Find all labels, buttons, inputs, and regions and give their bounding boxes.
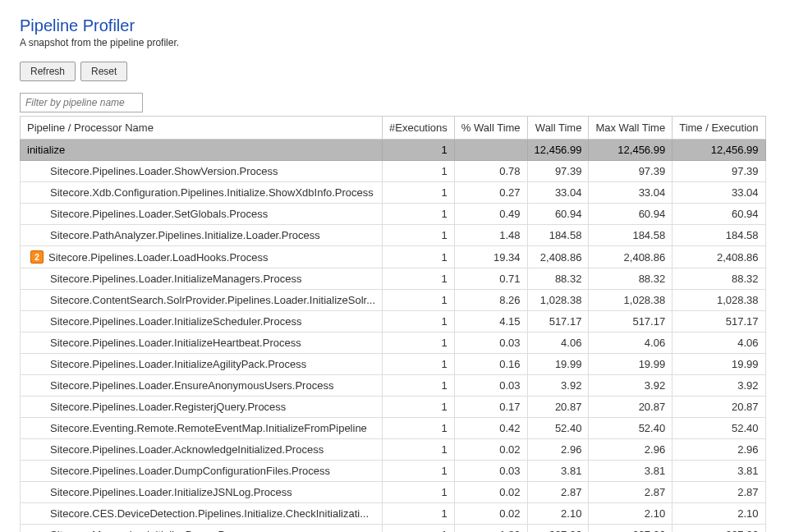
cell-executions: 1 xyxy=(383,525,455,533)
filter-input[interactable] xyxy=(20,93,143,112)
cell-executions: 1 xyxy=(383,418,455,439)
processor-name: Sitecore.Pipelines.Loader.AcknowledgeIni… xyxy=(50,443,324,456)
table-row[interactable]: Sitecore.Pipelines.Loader.InitializeSche… xyxy=(21,311,766,332)
cell-wallTime: 20.87 xyxy=(527,397,589,418)
table-row[interactable]: Sitecore.Messaging.InitializeBuses.Proce… xyxy=(21,525,766,533)
cell-timePerExecution: 4.06 xyxy=(673,332,765,354)
cell-executions: 1 xyxy=(383,503,455,525)
cell-pctWallTime: 0.17 xyxy=(454,397,527,418)
cell-timePerExecution: 19.99 xyxy=(673,354,765,375)
cell-pctWallTime: 0.02 xyxy=(454,482,527,503)
cell-pctWallTime: 0.03 xyxy=(454,461,527,482)
table-row[interactable]: Sitecore.Pipelines.Loader.InitializeMana… xyxy=(21,268,766,290)
table-row[interactable]: Sitecore.Pipelines.Loader.ShowVersion.Pr… xyxy=(21,161,766,182)
table-row[interactable]: Sitecore.PathAnalyzer.Pipelines.Initiali… xyxy=(21,225,766,246)
cell-executions: 1 xyxy=(383,290,455,311)
cell-executions: 1 xyxy=(383,397,455,418)
cell-executions: 1 xyxy=(383,354,455,375)
expand-badge-icon[interactable]: 2 xyxy=(30,250,44,264)
group-row[interactable]: initialize 1 12,456.99 12,456.99 12,456.… xyxy=(21,140,766,161)
table-row[interactable]: Sitecore.Pipelines.Loader.InitializeAgil… xyxy=(21,354,766,375)
table-row[interactable]: Sitecore.CES.DeviceDetection.Pipelines.I… xyxy=(21,503,766,525)
cell-pctWallTime: 0.02 xyxy=(454,503,527,525)
cell-maxWallTime: 227.06 xyxy=(589,525,673,533)
cell-pctWallTime: 8.26 xyxy=(454,290,527,311)
page-subtitle: A snapshot from the pipeline profiler. xyxy=(20,37,765,48)
cell-timePerExecution: 184.58 xyxy=(673,225,765,246)
page-title: Pipeline Profiler xyxy=(20,16,765,35)
table-row[interactable]: Sitecore.Xdb.Configuration.Pipelines.Ini… xyxy=(21,182,766,204)
cell-timePerExecution: 52.40 xyxy=(673,418,765,439)
cell-wallTime: 3.92 xyxy=(527,375,589,397)
cell-maxWallTime: 184.58 xyxy=(589,225,673,246)
processor-name: Sitecore.CES.DeviceDetection.Pipelines.I… xyxy=(50,507,369,520)
refresh-button[interactable]: Refresh xyxy=(20,62,76,81)
cell-pctWallTime: 0.03 xyxy=(454,375,527,397)
cell-executions: 1 xyxy=(383,268,455,290)
cell-wallTime: 33.04 xyxy=(527,182,589,204)
cell-executions: 1 xyxy=(383,161,455,182)
group-max-wall-time: 12,456.99 xyxy=(589,140,673,161)
cell-maxWallTime: 2,408.86 xyxy=(589,246,673,268)
cell-maxWallTime: 4.06 xyxy=(589,332,673,354)
cell-wallTime: 19.99 xyxy=(527,354,589,375)
cell-timePerExecution: 517.17 xyxy=(673,311,765,332)
cell-maxWallTime: 60.94 xyxy=(589,204,673,225)
cell-maxWallTime: 2.87 xyxy=(589,482,673,503)
cell-wallTime: 517.17 xyxy=(527,311,589,332)
table-row[interactable]: Sitecore.Pipelines.Loader.SetGlobals.Pro… xyxy=(21,204,766,225)
column-wall-time[interactable]: Wall Time xyxy=(527,117,589,140)
cell-wallTime: 60.94 xyxy=(527,204,589,225)
cell-timePerExecution: 88.32 xyxy=(673,268,765,290)
cell-maxWallTime: 3.81 xyxy=(589,461,673,482)
table-row[interactable]: 2Sitecore.Pipelines.Loader.LoadHooks.Pro… xyxy=(21,246,766,268)
cell-wallTime: 1,028.38 xyxy=(527,290,589,311)
cell-executions: 1 xyxy=(383,439,455,461)
column-max-wall-time[interactable]: Max Wall Time xyxy=(589,117,673,140)
processor-name: Sitecore.PathAnalyzer.Pipelines.Initiali… xyxy=(50,229,320,241)
cell-pctWallTime: 0.71 xyxy=(454,268,527,290)
cell-pctWallTime: 0.27 xyxy=(454,182,527,204)
table-row[interactable]: Sitecore.Pipelines.Loader.EnsureAnonymou… xyxy=(21,375,766,397)
cell-maxWallTime: 2.10 xyxy=(589,503,673,525)
processor-name: Sitecore.Pipelines.Loader.SetGlobals.Pro… xyxy=(50,208,268,220)
table-row[interactable]: Sitecore.Pipelines.Loader.DumpConfigurat… xyxy=(21,461,766,482)
cell-timePerExecution: 2.10 xyxy=(673,503,765,525)
cell-pctWallTime: 1.82 xyxy=(454,525,527,533)
table-row[interactable]: Sitecore.Pipelines.Loader.InitializeJSNL… xyxy=(21,482,766,503)
cell-maxWallTime: 3.92 xyxy=(589,375,673,397)
processor-name: Sitecore.Pipelines.Loader.InitializeAgil… xyxy=(50,358,306,370)
reset-button[interactable]: Reset xyxy=(80,62,127,81)
table-row[interactable]: Sitecore.ContentSearch.SolrProvider.Pipe… xyxy=(21,290,766,311)
table-row[interactable]: Sitecore.Pipelines.Loader.RegisterjQuery… xyxy=(21,397,766,418)
cell-pctWallTime: 0.16 xyxy=(454,354,527,375)
cell-wallTime: 2.87 xyxy=(527,482,589,503)
table-row[interactable]: Sitecore.Pipelines.Loader.InitializeHear… xyxy=(21,332,766,354)
cell-wallTime: 97.39 xyxy=(527,161,589,182)
cell-timePerExecution: 3.92 xyxy=(673,375,765,397)
cell-executions: 1 xyxy=(383,461,455,482)
cell-maxWallTime: 52.40 xyxy=(589,418,673,439)
processor-name: Sitecore.Pipelines.Loader.DumpConfigurat… xyxy=(50,465,330,477)
profiler-table: Pipeline / Processor Name #Executions % … xyxy=(20,116,766,532)
cell-wallTime: 52.40 xyxy=(527,418,589,439)
column-pct-wall-time[interactable]: % Wall Time xyxy=(454,117,527,140)
cell-wallTime: 3.81 xyxy=(527,461,589,482)
cell-wallTime: 2.96 xyxy=(527,439,589,461)
processor-name: Sitecore.Pipelines.Loader.InitializeJSNL… xyxy=(50,486,292,498)
group-time-per-execution: 12,456.99 xyxy=(673,140,765,161)
cell-pctWallTime: 0.42 xyxy=(454,418,527,439)
column-executions[interactable]: #Executions xyxy=(383,117,455,140)
cell-maxWallTime: 517.17 xyxy=(589,311,673,332)
column-time-per-execution[interactable]: Time / Execution xyxy=(673,117,765,140)
group-executions: 1 xyxy=(383,140,455,161)
cell-pctWallTime: 0.49 xyxy=(454,204,527,225)
cell-pctWallTime: 0.03 xyxy=(454,332,527,354)
cell-executions: 1 xyxy=(383,332,455,354)
table-row[interactable]: Sitecore.Eventing.Remote.RemoteEventMap.… xyxy=(21,418,766,439)
table-row[interactable]: Sitecore.Pipelines.Loader.AcknowledgeIni… xyxy=(21,439,766,461)
cell-maxWallTime: 1,028.38 xyxy=(589,290,673,311)
column-name[interactable]: Pipeline / Processor Name xyxy=(21,117,383,140)
processor-name: Sitecore.Pipelines.Loader.LoadHooks.Proc… xyxy=(48,251,268,264)
cell-maxWallTime: 19.99 xyxy=(589,354,673,375)
